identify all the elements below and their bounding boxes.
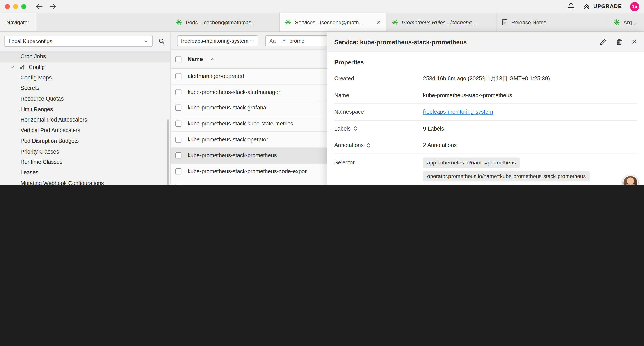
sidebar-item-mutating-webhook-configurations[interactable]: Mutating Webhook Configurations (0, 178, 170, 185)
sidebar-item-label: Mutating Webhook Configurations (20, 180, 104, 185)
chevron-down-icon (250, 38, 254, 43)
sidebar-item-config[interactable]: Config (0, 62, 170, 72)
sidebar-item-priority-classes[interactable]: Priority Classes (0, 146, 170, 157)
service-name: kube-prometheus-stack-operator (188, 136, 268, 143)
sidebar-item-leases[interactable]: Leases (0, 167, 170, 178)
sidebar-item-label: Runtime Classes (20, 159, 62, 165)
property-row-name: Name kube-prometheus-stack-prometheus (334, 87, 637, 104)
sidebar-item-label: Vertical Pod Autoscalers (20, 127, 80, 133)
row-checkbox[interactable] (175, 136, 182, 143)
name-column-header[interactable]: Name (188, 56, 203, 62)
tab-label: Prometheus Rules - icecheng... (402, 19, 476, 25)
row-checkbox[interactable] (175, 105, 182, 111)
window-controls (5, 4, 26, 9)
tab-pods[interactable]: Pods - icecheng@mathmas... (170, 13, 280, 31)
selector-badge: operator.prometheus.io/name=kube-prometh… (423, 171, 590, 181)
property-label: Selector (334, 157, 423, 166)
service-name: kube-prometheus-stack-alertmanager (188, 89, 280, 95)
sidebar-item-label: Horizontal Pod Autoscalers (20, 117, 87, 123)
kubeconfig-selector[interactable]: Local Kubeconfigs (4, 36, 153, 47)
tab-prometheus-rules[interactable]: Prometheus Rules - icecheng... (386, 13, 496, 31)
tab-label: Argo S (624, 19, 638, 25)
tab-close-icon[interactable]: × (373, 19, 381, 26)
sidebar-item-label: Resource Quotas (20, 96, 64, 102)
property-row-labels: Labels 9 Labels (334, 120, 637, 137)
minimize-window-button[interactable] (13, 4, 18, 9)
row-checkbox[interactable] (175, 89, 182, 95)
property-row-created: Created 253d 16h 6m ago (2025年1月13日 GMT+… (334, 70, 637, 87)
notifications-bell-icon[interactable] (567, 2, 575, 10)
row-checkbox[interactable] (175, 152, 182, 159)
drawer-body: Properties Created 253d 16h 6m ago (2025… (327, 52, 644, 185)
tab-label: Release Notes (512, 19, 546, 25)
sidebar-item-limit-ranges[interactable]: Limit Ranges (0, 104, 170, 114)
navigator-label: Navigator (6, 19, 29, 25)
sidebar-item-label: Config (29, 64, 45, 70)
property-value: 2 Annotations (423, 142, 456, 148)
upgrade-button[interactable]: UPGRADE (583, 3, 622, 10)
row-checkbox[interactable] (175, 73, 182, 79)
back-icon[interactable] (35, 3, 43, 9)
tab-bar: Navigator Pods - icecheng@mathmas... Ser… (0, 13, 644, 31)
expand-collapse-icon[interactable] (354, 126, 358, 131)
maximize-window-button[interactable] (21, 4, 26, 9)
service-name: kube-prometheus-stack-prometheus-node-ex… (188, 168, 307, 174)
sidebar-item-cron-jobs[interactable]: Cron Jobs (0, 51, 170, 62)
namespace-link[interactable]: freeleaps-monitoring-system (423, 109, 493, 115)
properties-section-heading: Properties (327, 52, 644, 70)
selector-badge: app.kubernetes.io/name=prometheus (423, 157, 520, 168)
property-label: Annotations (334, 142, 423, 148)
sidebar-item-resource-quotas[interactable]: Resource Quotas (0, 93, 170, 104)
property-label: Created (334, 75, 423, 82)
tab-label: Pods - icecheng@mathmas... (186, 19, 256, 25)
row-checkbox[interactable] (175, 184, 182, 185)
property-label: Labels (334, 125, 423, 132)
service-name: kube-prometheus-stack-thanos-ruler (188, 184, 277, 185)
tab-release-notes[interactable]: Release Notes (496, 13, 608, 31)
kubernetes-icon (392, 19, 398, 25)
edit-pencil-icon[interactable] (600, 38, 607, 45)
forward-icon[interactable] (49, 3, 57, 9)
drawer-header: Service: kube-prometheus-stack-prometheu… (327, 32, 644, 52)
app-window: UPGRADE 15 Navigator Pods - icecheng@mat… (0, 0, 644, 185)
service-name: kube-prometheus-stack-prometheus (188, 152, 277, 159)
service-name: kube-prometheus-stack-grafana (188, 105, 266, 111)
sort-asc-icon[interactable] (210, 57, 214, 61)
sidebar-item-label: Limit Ranges (20, 106, 53, 112)
sidebar-item-runtime-classes[interactable]: Runtime Classes (0, 157, 170, 167)
sidebar-item-label: Priority Classes (20, 148, 59, 154)
delete-trash-icon[interactable] (616, 38, 623, 45)
kubernetes-icon (614, 19, 620, 25)
sidebar-item-label: Leases (20, 169, 38, 176)
tab-argo[interactable]: Argo S (608, 13, 644, 31)
sidebar-item-vertical-pod-autoscalers[interactable]: Vertical Pod Autoscalers (0, 125, 170, 136)
sidebar-item-secrets[interactable]: Secrets (0, 83, 170, 93)
sidebar-item-horizontal-pod-autoscalers[interactable]: Horizontal Pod Autoscalers (0, 114, 170, 125)
service-name: alertmanager-operated (188, 73, 244, 79)
navigator-sidebar: Local Kubeconfigs Cron Jobs Config Confi… (0, 32, 171, 185)
sidebar-item-pod-disruption-budgets[interactable]: Pod Disruption Budgets (0, 136, 170, 146)
match-case-toggle[interactable]: Aa (270, 38, 276, 43)
close-window-button[interactable] (5, 4, 10, 9)
navigator-panel-tab[interactable]: Navigator (0, 13, 36, 31)
row-checkbox[interactable] (175, 168, 182, 174)
property-row-selector: Selector app.kubernetes.io/name=promethe… (334, 154, 637, 185)
tab-spacer (36, 13, 170, 31)
namespace-selector[interactable]: freeleaps-monitoring-system (177, 35, 258, 46)
sidebar-item-label: Pod Disruption Budgets (20, 138, 79, 144)
select-all-checkbox[interactable] (175, 56, 182, 62)
sidebar-scrollbar[interactable] (167, 119, 169, 185)
upgrade-chevrons-icon (583, 3, 590, 10)
notification-count-badge[interactable]: 15 (630, 2, 639, 11)
navigator-tree: Cron Jobs Config Config Maps Secrets Res… (0, 51, 170, 185)
regex-toggle[interactable]: .* (280, 38, 286, 44)
expand-collapse-icon[interactable] (366, 142, 371, 148)
row-checkbox[interactable] (175, 121, 182, 127)
kubernetes-icon (285, 19, 291, 25)
sidebar-search-icon[interactable] (158, 38, 164, 44)
tab-services[interactable]: Services - icecheng@math... × (280, 13, 386, 31)
sidebar-item-config-maps[interactable]: Config Maps (0, 72, 170, 83)
namespace-selector-value: freeleaps-monitoring-system (181, 38, 248, 44)
close-icon[interactable]: × (632, 37, 637, 46)
service-name: kube-prometheus-stack-kube-state-metrics (188, 121, 293, 127)
